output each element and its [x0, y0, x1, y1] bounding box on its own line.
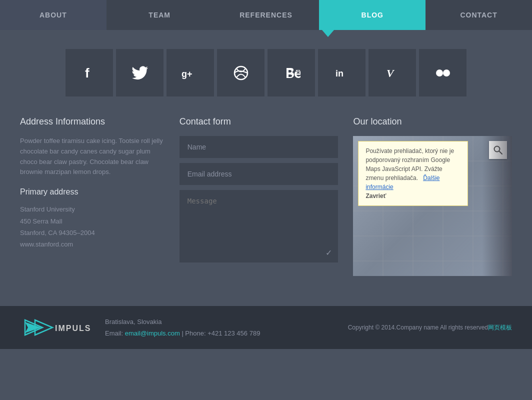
message-wrapper: ✓: [180, 190, 338, 262]
svg-point-2: [234, 66, 248, 80]
message-textarea[interactable]: [180, 190, 338, 262]
footer-email-line: Email: email@impuls.com | Phone: +421 12…: [105, 328, 260, 339]
address-line2: 450 Serra Mall: [20, 216, 164, 227]
address-description: Powder toffee tiramisu cake icing. Toots…: [20, 136, 164, 178]
facebook-icon[interactable]: f: [66, 49, 113, 96]
svg-text:IMPULS: IMPULS: [55, 324, 90, 332]
footer-copyright: Copyright © 2014.Company name All rights…: [348, 324, 512, 332]
logo-svg: IMPULS: [20, 315, 90, 340]
name-input[interactable]: [180, 136, 338, 158]
footer: IMPULS Bratislava, Slovakia Email: email…: [0, 306, 532, 349]
nav-blog[interactable]: BLOG: [319, 0, 426, 30]
primary-address-title: Primary address: [20, 188, 164, 196]
map-dark-overlay: [482, 136, 512, 276]
svg-text:g+: g+: [182, 69, 192, 79]
copyright-text: Copyright © 2014.Company name All rights…: [348, 324, 488, 331]
map-inner: Používate prehliadač, ktorý nie je podpo…: [353, 136, 512, 276]
svg-text:V: V: [386, 67, 395, 80]
svg-point-6: [443, 70, 450, 76]
twitter-icon[interactable]: [116, 49, 164, 96]
textarea-check-icon: ✓: [326, 248, 332, 258]
behance-icon[interactable]: [268, 49, 315, 96]
address-line1: Stanford University: [20, 204, 164, 215]
footer-logo: IMPULS: [20, 315, 90, 340]
location-title: Our location: [353, 116, 512, 127]
address-title: Address Informations: [20, 116, 164, 127]
map-container: Používate prehliadač, ktorý nie je podpo…: [353, 136, 512, 276]
footer-email-label: Email:: [105, 330, 123, 337]
contact-form-title: Contact form: [180, 116, 338, 127]
vimeo-icon[interactable]: V: [368, 49, 416, 96]
address-lines: Stanford University 450 Serra Mall Stanf…: [20, 204, 164, 250]
google-plus-icon[interactable]: g+: [166, 49, 214, 96]
main-content: Address Informations Powder toffee tiram…: [0, 112, 532, 296]
copyright-link[interactable]: 网页模板: [488, 324, 512, 331]
social-icons-bar: f g+ in V: [0, 49, 532, 96]
nav-about[interactable]: ABOUT: [0, 0, 106, 30]
svg-point-5: [436, 70, 443, 76]
nav-references[interactable]: REFERENCES: [213, 0, 320, 30]
map-tooltip: Používate prehliadač, ktorý nie je podpo…: [358, 141, 468, 206]
map-close-link[interactable]: Zavrieť: [366, 192, 386, 200]
linkedin-icon[interactable]: in: [318, 49, 366, 96]
svg-text:f: f: [85, 66, 90, 80]
contact-form-section: Contact form ✓: [180, 116, 338, 276]
address-section: Address Informations Powder toffee tiram…: [20, 116, 164, 276]
svg-text:in: in: [336, 68, 344, 78]
footer-phone: | Phone: +421 123 456 789: [182, 330, 260, 337]
navigation: ABOUT TEAM REFERENCES BLOG CONTACT: [0, 0, 532, 30]
map-tooltip-text: Používate prehliadač, ktorý nie je podpo…: [366, 148, 454, 182]
address-line4: www.stanford.com: [20, 238, 164, 250]
nav-contact[interactable]: CONTACT: [426, 0, 532, 30]
nav-team[interactable]: TEAM: [106, 0, 213, 30]
flickr-icon[interactable]: [419, 49, 466, 96]
address-line3: Stanford, CA 94305–2004: [20, 227, 164, 238]
footer-contact-info: Bratislava, Slovakia Email: email@impuls…: [105, 316, 260, 340]
footer-city: Bratislava, Slovakia: [105, 316, 260, 328]
dribbble-icon[interactable]: [217, 49, 264, 96]
email-input[interactable]: [180, 163, 338, 185]
location-section: Our location Používate prehliada: [353, 116, 512, 276]
footer-email-link[interactable]: email@impuls.com: [125, 330, 180, 337]
nav-active-arrow: [322, 30, 334, 37]
